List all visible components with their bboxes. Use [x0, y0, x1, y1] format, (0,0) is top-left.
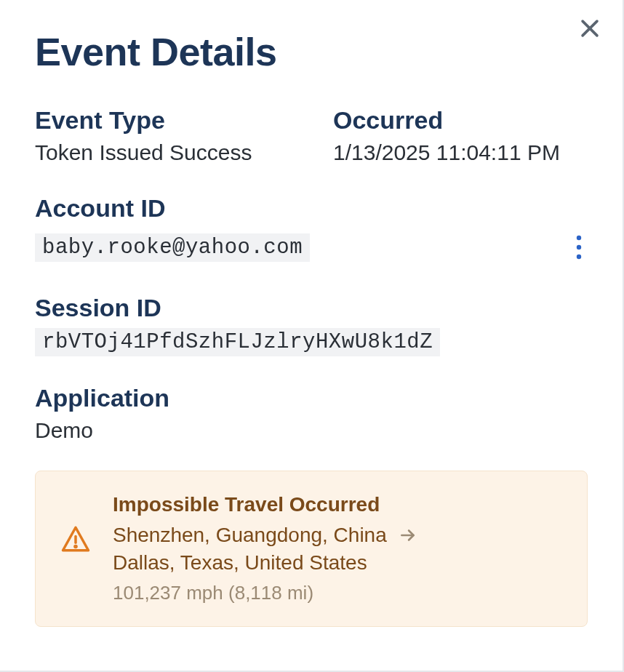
svg-point-3	[577, 245, 581, 249]
alert-body: Impossible Travel Occurred Shenzhen, Gua…	[113, 493, 562, 604]
page-title: Event Details	[35, 29, 588, 74]
event-type-occurred-row: Event Type Token Issued Success Occurred…	[35, 106, 588, 165]
svg-point-2	[577, 236, 581, 240]
event-type-value: Token Issued Success	[35, 140, 289, 165]
session-id-value: rbVTOj41PfdSzhFLJzlryHXwU8k1dZ	[35, 328, 440, 356]
session-id-label: Session ID	[35, 294, 588, 322]
account-id-field: Account ID baby.rooke@yahoo.com	[35, 194, 588, 266]
svg-point-6	[75, 545, 76, 547]
occurred-value: 1/13/2025 11:04:11 PM	[333, 140, 588, 165]
application-value: Demo	[35, 418, 588, 443]
event-type-label: Event Type	[35, 106, 289, 135]
event-type-field: Event Type Token Issued Success	[35, 106, 289, 165]
close-icon	[577, 16, 602, 41]
warning-icon	[60, 524, 91, 554]
travel-from: Shenzhen, Guangdong, China	[113, 524, 387, 547]
arrow-right-icon	[399, 526, 417, 545]
application-field: Application Demo	[35, 384, 588, 443]
session-id-field: Session ID rbVTOj41PfdSzhFLJzlryHXwU8k1d…	[35, 294, 588, 356]
impossible-travel-alert: Impossible Travel Occurred Shenzhen, Gua…	[35, 471, 588, 627]
travel-to: Dallas, Texas, United States	[113, 551, 562, 575]
event-details-panel: Event Details Event Type Token Issued Su…	[0, 0, 623, 656]
account-id-actions-button[interactable]	[570, 228, 588, 266]
close-button[interactable]	[577, 16, 602, 41]
occurred-field: Occurred 1/13/2025 11:04:11 PM	[333, 106, 588, 165]
travel-from-line: Shenzhen, Guangdong, China	[113, 524, 562, 547]
alert-title: Impossible Travel Occurred	[113, 493, 562, 516]
account-id-value: baby.rooke@yahoo.com	[35, 233, 310, 262]
kebab-icon	[576, 234, 582, 260]
application-label: Application	[35, 384, 588, 412]
travel-meta: 101,237 mph (8,118 mi)	[113, 582, 562, 604]
account-id-label: Account ID	[35, 194, 588, 223]
occurred-label: Occurred	[333, 106, 588, 135]
svg-point-4	[577, 255, 581, 259]
